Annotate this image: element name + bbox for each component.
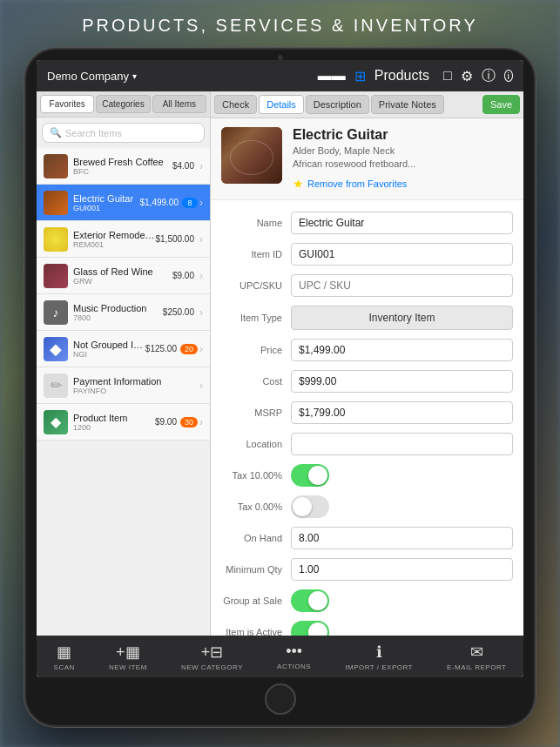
tab-categories[interactable]: Categories — [96, 95, 150, 113]
detail-tab-bar: Check Details Description Private Notes … — [211, 91, 523, 118]
list-item[interactable]: Electric Guitar GUI001 $1,499.00 8 › — [37, 185, 210, 221]
chevron-right-icon: › — [199, 197, 203, 209]
chevron-right-icon: › — [199, 416, 203, 428]
field-onhand-input[interactable] — [291, 527, 513, 549]
toolbar-new-category[interactable]: +⊟ NEW CATEGORY — [181, 643, 243, 671]
field-minqty-input[interactable] — [291, 558, 513, 581]
item-thumbnail: ◆ — [44, 410, 68, 434]
field-itemid-input[interactable] — [291, 243, 513, 266]
field-location-label: Location — [221, 439, 291, 449]
field-active-row: Item is Active — [211, 616, 523, 636]
item-thumbnail — [44, 264, 68, 288]
chevron-right-icon: › — [199, 306, 203, 319]
info-icon[interactable]: i — [504, 70, 513, 82]
item-info: Brewed Fresh Coffee BFC — [73, 157, 172, 176]
ipad-shell: Demo Company ▾ ▬▬ ⊞ Products □ ⚙ ⓘ i Fav… — [24, 48, 536, 727]
form-scroll: Name Item ID UPC/SKU It — [211, 200, 523, 636]
search-icon: 🔍 — [50, 127, 62, 138]
item-thumbnail — [44, 227, 68, 252]
item-thumbnail: ♪ — [44, 300, 68, 325]
field-name-row: Name — [211, 207, 523, 239]
list-item[interactable]: ✏ Payment Information PAYINFO › — [37, 367, 210, 404]
field-location-input[interactable] — [291, 433, 513, 455]
field-msrp-label: MSRP — [221, 407, 291, 418]
group-sale-toggle[interactable] — [291, 589, 329, 612]
item-info: Product Item 1200 — [73, 413, 155, 432]
list-item[interactable]: Glass of Red Wine GRW $9.00 › — [37, 258, 210, 294]
field-minqty-label: Minimum Qty — [221, 564, 291, 575]
gear-icon[interactable]: ⚙ — [461, 68, 473, 84]
sidebar-list: Brewed Fresh Coffee BFC $4.00 › Electric… — [37, 148, 210, 636]
tab-private-notes[interactable]: Private Notes — [371, 95, 444, 114]
item-badge: 20 — [180, 344, 198, 354]
info-icon: ℹ — [376, 643, 382, 662]
ellipsis-icon: ••• — [286, 643, 302, 661]
item-info: Payment Information PAYINFO — [73, 376, 198, 395]
field-price-input[interactable] — [291, 339, 513, 361]
item-thumbnail — [44, 191, 68, 215]
field-upc-row: UPC/SKU — [211, 270, 523, 301]
item-badge: 30 — [180, 417, 198, 427]
list-item[interactable]: Brewed Fresh Coffee BFC $4.00 › — [37, 148, 210, 185]
list-item[interactable]: ◆ Not Grouped Item NGI $125.00 20 › — [37, 331, 210, 367]
search-box[interactable]: 🔍 Search Items — [42, 123, 205, 143]
barcode-icon[interactable]: ▬▬ — [318, 68, 346, 84]
item-active-toggle[interactable] — [291, 621, 329, 636]
detail-panel: Check Details Description Private Notes … — [211, 91, 523, 636]
field-msrp-row: MSRP — [211, 397, 523, 428]
field-msrp-input[interactable] — [291, 401, 513, 424]
product-info: Electric Guitar Alder Body, Maple Neck A… — [293, 127, 513, 191]
save-button[interactable]: Save — [482, 95, 520, 114]
toolbar-scan[interactable]: ▦ SCAN — [54, 643, 75, 671]
field-cost-row: Cost — [211, 366, 523, 397]
company-selector[interactable]: Demo Company ▾ — [47, 70, 137, 83]
toggle-knob — [308, 591, 327, 610]
item-badge: 8 — [182, 198, 198, 208]
tax1-toggle[interactable] — [291, 464, 329, 487]
field-cost-input[interactable] — [291, 370, 513, 393]
item-thumbnail — [44, 154, 68, 178]
item-info: Glass of Red Wine GRW — [73, 266, 172, 286]
field-price-label: Price — [221, 345, 291, 355]
guitar-visual — [221, 127, 282, 184]
plus-folder-icon: +⊟ — [201, 643, 224, 662]
barcode-icon: ▦ — [57, 643, 71, 662]
toolbar-email-report[interactable]: ✉ E-MAIL REPORT — [447, 643, 506, 671]
product-name-heading: Electric Guitar — [293, 127, 513, 143]
info-circle-icon[interactable]: ⓘ — [482, 67, 496, 85]
tab-all-items[interactable]: All Items — [152, 95, 206, 113]
field-upc-label: UPC/SKU — [221, 280, 291, 291]
header-bar: Demo Company ▾ ▬▬ ⊞ Products □ ⚙ ⓘ i — [37, 60, 523, 91]
item-info: Electric Guitar GUI001 — [73, 193, 140, 212]
toolbar-actions[interactable]: ••• ACTIONS — [277, 643, 311, 670]
field-itemtype-label: Item Type — [221, 313, 291, 323]
grid-icon[interactable]: ⊞ — [354, 68, 366, 84]
tab-favorites[interactable]: Favorites — [40, 95, 94, 113]
list-item[interactable]: ♪ Music Production 7800 $250.00 › — [37, 294, 210, 331]
list-item[interactable]: ◆ Product Item 1200 $9.00 30 › — [37, 404, 210, 441]
field-tax1-row: Tax 10.00% — [211, 460, 523, 491]
toolbar-new-item[interactable]: +▦ NEW ITEM — [109, 643, 147, 671]
tab-details[interactable]: Details — [259, 95, 304, 114]
toggle-knob — [308, 622, 327, 636]
field-upc-input[interactable] — [291, 274, 513, 297]
search-placeholder: Search Items — [65, 128, 122, 138]
product-hero: Electric Guitar Alder Body, Maple Neck A… — [211, 118, 523, 200]
home-button[interactable] — [265, 683, 296, 715]
field-name-input[interactable] — [291, 212, 513, 234]
toolbar-import-export[interactable]: ℹ IMPORT / EXPORT — [345, 643, 413, 671]
field-minqty-row: Minimum Qty — [211, 554, 523, 585]
item-type-selector[interactable]: Inventory Item — [291, 306, 513, 330]
tab-description[interactable]: Description — [306, 95, 369, 114]
field-itemtype-row: Item Type Inventory Item — [211, 301, 523, 334]
tab-check[interactable]: Check — [214, 95, 257, 114]
document-icon[interactable]: □ — [443, 68, 452, 84]
field-onhand-label: On Hand — [221, 533, 291, 543]
field-tax1-label: Tax 10.00% — [221, 470, 291, 481]
ipad-screen: Demo Company ▾ ▬▬ ⊞ Products □ ⚙ ⓘ i Fav… — [37, 60, 523, 677]
item-thumbnail: ◆ — [44, 337, 68, 361]
list-item[interactable]: Exterior Remodeling REM001 $1,500.00 › — [37, 221, 210, 258]
favorite-row[interactable]: ★ Remove from Favorites — [293, 177, 513, 191]
tax2-toggle[interactable] — [291, 495, 329, 518]
toggle-knob — [293, 497, 312, 516]
